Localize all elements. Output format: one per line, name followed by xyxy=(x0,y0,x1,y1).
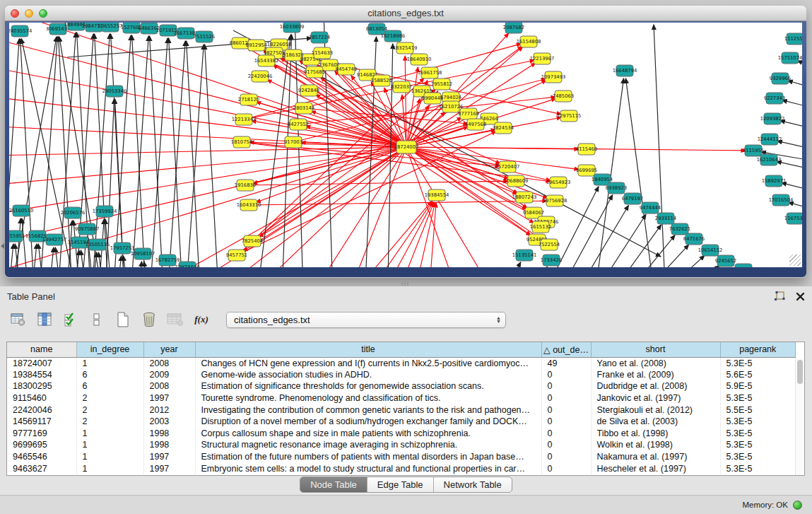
graph-node[interactable]: 15720407 xyxy=(495,161,520,173)
citation-edge-black[interactable] xyxy=(57,33,76,267)
table-cell[interactable]: 5.3E-5 xyxy=(720,416,796,428)
table-cell[interactable]: 0 xyxy=(541,392,591,404)
column-header-short[interactable]: short xyxy=(591,342,720,357)
graph-node[interactable]: 24035574 xyxy=(9,25,32,37)
graph-node[interactable]: 9245652 xyxy=(715,255,736,267)
tab-edge-table[interactable]: Edge Table xyxy=(367,477,434,492)
graph-node[interactable]: 1588520 xyxy=(371,75,392,86)
table-row[interactable]: 911546021997Tourette syndrome. Phenomeno… xyxy=(7,392,796,404)
citation-edge-black[interactable] xyxy=(115,256,122,267)
window-titlebar[interactable]: citations_edges.txt xyxy=(5,6,806,21)
table-mode-icon[interactable] xyxy=(10,311,27,328)
graph-node[interactable]: 9915951 xyxy=(9,230,25,242)
table-cell[interactable]: 9777169 xyxy=(7,428,76,440)
table-cell[interactable]: 19384554 xyxy=(7,369,76,381)
table-cell[interactable]: 2008 xyxy=(143,380,195,392)
citation-edge-red[interactable] xyxy=(332,201,432,267)
table-row[interactable]: 977716911998Corpus callosum shape and si… xyxy=(7,428,796,440)
graph-node[interactable]: 16648794 xyxy=(613,65,637,76)
table-cell[interactable]: Yano et al. (2008) xyxy=(591,357,720,369)
table-row[interactable]: 946554611997Estimation of the future num… xyxy=(7,451,796,463)
table-cell[interactable]: Estimation of significance thresholds fo… xyxy=(195,380,541,392)
graph-node[interactable]: 16961758 xyxy=(418,67,442,78)
table-row[interactable]: 969969511998Structural magnetic resonanc… xyxy=(7,439,796,451)
table-cell[interactable]: de Silva et al. (2003) xyxy=(591,416,720,428)
graph-node[interactable]: 8912954 xyxy=(246,40,267,51)
table-cell[interactable]: Wolkin et al. (1998) xyxy=(591,439,720,451)
citation-edge-black[interactable] xyxy=(144,262,151,267)
graph-node[interactable]: 12444112 xyxy=(758,134,782,145)
table-scrollbar-thumb[interactable] xyxy=(797,360,803,384)
tab-network-table[interactable]: Network Table xyxy=(434,477,512,492)
graph-node[interactable]: 19384554 xyxy=(425,189,449,201)
citation-edge-black[interactable] xyxy=(519,267,547,267)
graph-node[interactable]: 15751074 xyxy=(778,52,802,64)
citation-edge-red[interactable] xyxy=(9,147,406,252)
citation-edge-black[interactable] xyxy=(136,262,142,267)
graph-node[interactable]: 1615132 xyxy=(530,221,551,233)
citation-edge-black[interactable] xyxy=(132,35,147,267)
graph-node[interactable]: 10655257 xyxy=(98,23,123,32)
table-cell[interactable]: 1 xyxy=(76,439,143,451)
citation-edge-black[interactable] xyxy=(166,41,185,267)
table-cell[interactable]: 5.3E-5 xyxy=(720,451,796,463)
graph-node[interactable]: 8938923 xyxy=(606,182,627,194)
graph-node[interactable]: 17359924 xyxy=(93,206,117,217)
citation-edge-black[interactable] xyxy=(565,205,628,267)
citation-edge-black[interactable] xyxy=(123,256,131,267)
graph-node[interactable]: 2803144 xyxy=(293,103,314,114)
table-cell[interactable]: Genome-wide association studies in ADHD. xyxy=(195,369,541,381)
graph-node[interactable]: 16033809 xyxy=(280,23,305,33)
graph-node[interactable]: 25160510 xyxy=(9,205,33,216)
table-cell[interactable]: 5.3E-5 xyxy=(720,428,796,440)
graph-node[interactable]: 19218986 xyxy=(381,30,406,42)
graph-node[interactable]: 8471676 xyxy=(683,233,705,245)
table-cell[interactable]: 18724007 xyxy=(7,357,76,369)
table-cell[interactable]: 1997 xyxy=(143,451,195,463)
column-header-out_de[interactable]: △ out_de… xyxy=(541,342,591,357)
column-header-year[interactable]: year xyxy=(143,342,195,357)
table-cell[interactable]: 0 xyxy=(541,380,591,392)
table-cell[interactable]: 9699695 xyxy=(7,439,76,451)
graph-node[interactable]: 19654923 xyxy=(546,177,571,188)
graph-node[interactable]: 7522554 xyxy=(539,239,560,250)
table-cell[interactable]: 0 xyxy=(541,416,591,428)
citation-edge-red[interactable] xyxy=(9,147,406,188)
table-cell[interactable]: 1 xyxy=(76,357,143,369)
table-cell[interactable]: Stergiakouli et al. (2012) xyxy=(591,404,720,416)
new-column-icon[interactable] xyxy=(114,311,131,328)
citation-edge-black[interactable] xyxy=(98,252,106,267)
table-row[interactable]: 1830029562008Estimation of significance … xyxy=(7,380,796,392)
graph-node[interactable]: 20206576 xyxy=(61,207,86,218)
graph-node[interactable]: 7485063 xyxy=(553,90,574,102)
graph-node[interactable]: 2933114 xyxy=(655,213,676,224)
citation-edge-red[interactable] xyxy=(388,202,434,267)
graph-node[interactable]: 6479197 xyxy=(622,193,643,204)
table-cell[interactable]: 14569117 xyxy=(7,416,76,428)
table-cell[interactable]: 0 xyxy=(541,451,591,463)
citation-edge-red[interactable] xyxy=(427,203,436,267)
graph-node[interactable]: 18724007 xyxy=(394,141,419,153)
function-builder-icon[interactable]: f(x) xyxy=(193,311,210,328)
table-cell[interactable]: 9463627 xyxy=(7,462,76,474)
citation-edge-red[interactable] xyxy=(406,147,548,198)
table-cell[interactable]: Embryonic stem cells: a model to study s… xyxy=(195,462,541,474)
close-panel-icon[interactable] xyxy=(796,292,805,301)
graph-node[interactable]: 18325419 xyxy=(393,42,418,54)
table-cell[interactable]: 5.3E-5 xyxy=(720,462,796,474)
graph-node[interactable]: 13505135 xyxy=(86,239,110,250)
graph-node[interactable]: 3824534 xyxy=(493,122,514,134)
graph-node[interactable]: 9152155 xyxy=(733,264,754,267)
citation-network-graph[interactable]: 1872400788601238912954182260589827503165… xyxy=(9,23,802,267)
table-cell[interactable]: 6 xyxy=(76,369,143,381)
window-resize-grip[interactable] xyxy=(789,255,801,266)
graph-node[interactable]: 1154633 xyxy=(312,47,333,59)
table-cell[interactable]: 5.6E-5 xyxy=(720,369,796,381)
table-cell[interactable]: 2 xyxy=(76,416,143,428)
delete-column-icon[interactable] xyxy=(141,311,158,328)
table-cell[interactable]: 5.9E-5 xyxy=(720,380,796,392)
table-scrollbar[interactable] xyxy=(795,358,804,475)
table-cell[interactable]: 5.5E-5 xyxy=(720,404,796,416)
table-cell[interactable]: 2 xyxy=(76,404,143,416)
graph-node[interactable]: 8115460 xyxy=(576,144,597,155)
